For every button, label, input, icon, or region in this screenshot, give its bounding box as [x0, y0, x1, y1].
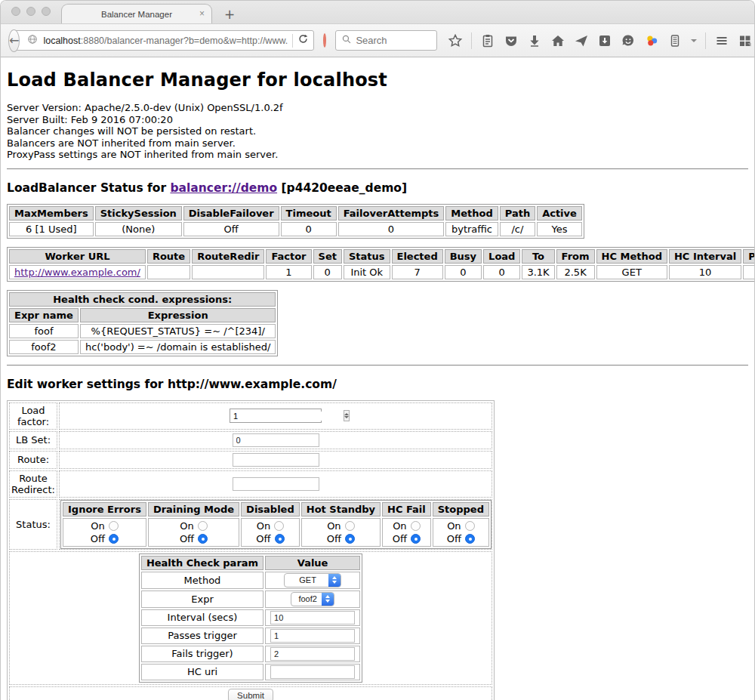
divider — [7, 365, 748, 366]
server-info: Server Version: Apache/2.5.0-dev (Unix) … — [7, 102, 748, 161]
radio-off[interactable] — [345, 534, 355, 544]
balancer-status-table: MaxMembers StickySession DisableFailover… — [7, 204, 584, 239]
hc-passes-input[interactable] — [270, 629, 355, 643]
bookmark-star-icon[interactable] — [448, 33, 463, 48]
col-header: Busy — [445, 249, 482, 264]
radio-on[interactable] — [198, 521, 208, 531]
tab-close-icon[interactable]: × — [199, 8, 205, 19]
hc-row-method: Method GET — [141, 572, 360, 589]
url-divider — [292, 34, 293, 48]
radio-off[interactable] — [275, 534, 285, 544]
proxypass-note: ProxyPass settings are NOT inherited fro… — [7, 149, 748, 161]
url-path: :8880/balancer-manager?b=demo&w=http://w… — [81, 35, 288, 46]
lb-set-cell — [59, 431, 492, 449]
tiles-extension-icon[interactable] — [738, 33, 753, 48]
table-row: foof %{REQUEST_STATUS} =~ /^[234]/ — [9, 324, 276, 338]
col-header: Elected — [392, 249, 443, 264]
hc-row-uri: HC uri — [141, 664, 360, 680]
radio-off[interactable] — [465, 534, 475, 544]
expr-name-cell: foof2 — [9, 340, 79, 354]
load-factor-cell — [59, 402, 492, 430]
expr-table-title: Health check cond. expressions: — [9, 292, 276, 307]
window-close-button[interactable] — [11, 7, 20, 16]
divider — [7, 168, 748, 170]
cell: 0 — [338, 222, 445, 236]
balancer-demo-link[interactable]: balancer://demo — [170, 181, 277, 195]
cell: (None) — [95, 222, 182, 236]
table-row: foof2 hc('body') =~ /domain is establish… — [9, 340, 276, 354]
radio-label: Off — [327, 533, 341, 544]
cell: 2.5K — [556, 265, 595, 279]
back-button[interactable]: ← — [8, 29, 20, 52]
plugin-blocked-icon[interactable] — [323, 33, 326, 48]
hc-method-cell: GET — [265, 572, 360, 589]
form-row-health-check: Health Check param Value Method GET Expr — [9, 551, 492, 685]
hc-fails-input[interactable] — [270, 647, 355, 661]
tab-balancer-manager[interactable]: Balancer Manager × — [61, 4, 212, 23]
url-text[interactable]: localhost:8880/balancer-manager?b=demo&w… — [43, 35, 288, 46]
radio-on[interactable] — [411, 521, 421, 531]
url-bar[interactable]: localhost:8880/balancer-manager?b=demo&w… — [11, 30, 314, 51]
route-input[interactable] — [233, 453, 319, 467]
new-tab-button[interactable]: + — [224, 8, 235, 21]
number-spinner[interactable] — [344, 410, 350, 421]
status-cell: Ignore Errors Draining Mode Disabled Hot… — [59, 499, 492, 550]
expr-name-cell: foof — [9, 324, 79, 338]
hc-interval-label: Interval (secs) — [141, 609, 263, 626]
home-icon[interactable] — [550, 33, 565, 48]
save-page-icon[interactable] — [597, 33, 612, 48]
worker-url-link[interactable]: http://www.example.com/ — [14, 267, 140, 278]
expression-cell: hc('body') =~ /domain is established/ — [80, 340, 276, 354]
col-header: HC Method — [596, 249, 667, 264]
send-icon[interactable] — [574, 33, 589, 48]
site-identity-globe-icon[interactable] — [26, 33, 39, 48]
heading-prefix: LoadBalancer Status for — [7, 181, 170, 195]
hc-row-expr: Expr foof2 — [141, 591, 360, 608]
radio-on[interactable] — [345, 521, 355, 531]
hc-uri-input[interactable] — [270, 665, 355, 679]
radio-off[interactable] — [198, 534, 208, 544]
hc-method-select[interactable]: GET — [284, 573, 341, 587]
radio-label: Off — [91, 533, 105, 544]
col-header: Path — [500, 206, 535, 220]
load-factor-input[interactable] — [230, 412, 344, 421]
radio-off[interactable] — [411, 534, 421, 544]
cell: 0 — [445, 265, 482, 279]
radio-off[interactable] — [109, 534, 119, 544]
chevron-down-icon[interactable] — [691, 39, 697, 42]
radio-label: Off — [180, 533, 194, 544]
window-minimize-button[interactable] — [26, 7, 35, 16]
table-header-row: Health Check param Value — [141, 556, 360, 570]
reload-icon[interactable] — [297, 33, 309, 48]
status-hot-standby: On Off — [301, 518, 381, 547]
downloads-icon[interactable] — [527, 33, 542, 48]
col-header: Disabled — [241, 502, 300, 517]
hc-expr-select[interactable]: foof2 — [291, 592, 334, 606]
colors-extension-icon[interactable] — [644, 33, 659, 48]
radio-on[interactable] — [109, 521, 119, 531]
col-header: Hot Standby — [301, 502, 381, 517]
search-input[interactable] — [356, 35, 431, 46]
submit-button[interactable]: Submit — [228, 689, 273, 700]
cell: 0 — [483, 265, 520, 279]
pocket-icon[interactable] — [504, 33, 519, 48]
reading-list-icon[interactable] — [480, 33, 495, 48]
container-extension-icon[interactable] — [667, 33, 683, 48]
route-redirect-input[interactable] — [233, 477, 319, 491]
col-header: To — [522, 249, 554, 264]
window-zoom-button[interactable] — [42, 7, 51, 16]
radio-on[interactable] — [274, 521, 284, 531]
health-check-cell: Health Check param Value Method GET Expr — [9, 551, 492, 685]
cell: bytraffic — [445, 222, 498, 236]
forum-smiley-icon[interactable] — [621, 33, 636, 48]
hc-expr-cell: foof2 — [265, 591, 360, 608]
col-header: Worker URL — [9, 249, 146, 264]
radio-on[interactable] — [465, 521, 475, 531]
col-header: Passes — [743, 249, 754, 264]
search-bar[interactable] — [335, 30, 437, 51]
status-stopped: On Off — [433, 518, 489, 547]
loadbalancer-status-heading: LoadBalancer Status for balancer://demo … — [7, 181, 748, 195]
menu-icon[interactable] — [714, 33, 729, 48]
lb-set-input[interactable] — [233, 433, 319, 447]
hc-interval-input[interactable] — [270, 611, 355, 624]
